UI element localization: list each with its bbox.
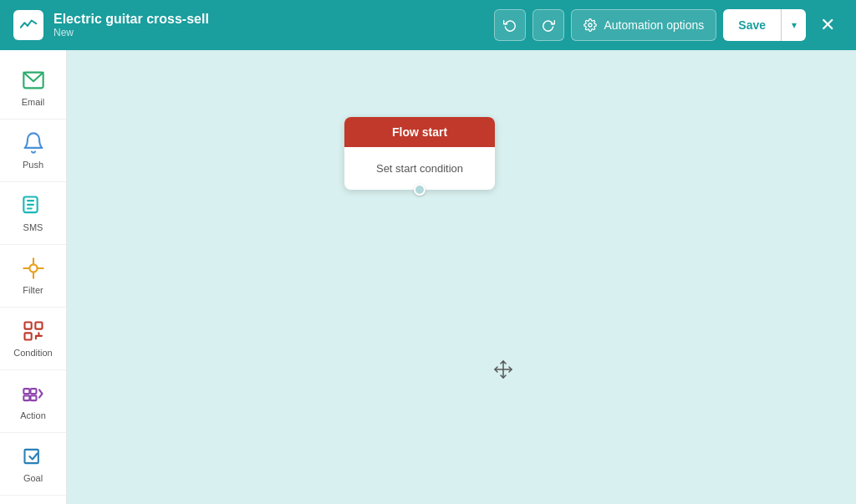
email-icon [22, 69, 45, 92]
save-dropdown-button[interactable]: ▾ [781, 9, 806, 41]
svg-rect-18 [24, 450, 38, 463]
flow-node-connector[interactable] [414, 184, 425, 196]
sidebar-item-email[interactable]: Email [0, 57, 66, 120]
filter-icon [22, 257, 45, 280]
header-title-block: Electric guitar cross-sell New [54, 12, 484, 38]
main-area: Email Push SMS [0, 50, 856, 504]
svg-rect-11 [24, 323, 31, 329]
page-subtitle: New [54, 27, 484, 38]
sidebar-item-push[interactable]: Push [0, 120, 66, 182]
save-button[interactable]: Save [723, 9, 781, 41]
svg-rect-13 [24, 333, 31, 339]
sidebar-item-condition[interactable]: Condition [0, 308, 66, 370]
move-cursor-icon [493, 359, 513, 384]
header: Electric guitar cross-sell New Automatio… [0, 0, 856, 50]
gear-icon [583, 18, 597, 32]
sidebar-item-filter[interactable]: Filter [0, 245, 66, 308]
goal-icon [22, 445, 45, 468]
sidebar-item-condition-label: Condition [13, 348, 52, 358]
sidebar-item-sms-label: SMS [23, 222, 43, 232]
close-button[interactable]: ✕ [813, 10, 843, 40]
sidebar-item-email-label: Email [22, 97, 45, 107]
svg-rect-14 [23, 389, 29, 394]
sidebar-item-sms[interactable]: SMS [0, 182, 66, 245]
sidebar-item-goal-label: Goal [23, 473, 43, 483]
svg-point-6 [29, 264, 37, 272]
svg-rect-12 [35, 323, 42, 329]
undo-button[interactable] [494, 9, 526, 41]
sidebar-item-action[interactable]: Action [0, 370, 66, 433]
svg-point-0 [588, 23, 592, 27]
automation-options-button[interactable]: Automation options [571, 9, 716, 41]
chevron-down-icon: ▾ [792, 19, 797, 31]
condition-icon [22, 319, 45, 343]
svg-rect-15 [30, 389, 36, 394]
sidebar-item-goal[interactable]: Goal [0, 433, 66, 496]
action-icon [22, 382, 45, 405]
sidebar-item-push-label: Push [23, 160, 43, 170]
app-logo [13, 10, 43, 40]
sidebar-item-filter-label: Filter [23, 285, 43, 295]
push-icon [22, 131, 45, 155]
sms-icon [22, 194, 45, 217]
sidebar: Email Push SMS [0, 50, 67, 504]
automation-options-label: Automation options [604, 18, 704, 32]
sidebar-item-action-label: Action [20, 410, 46, 420]
save-button-group: Save ▾ [723, 9, 806, 41]
svg-rect-16 [23, 395, 29, 400]
flow-node-header: Flow start [344, 117, 495, 147]
svg-rect-17 [30, 395, 36, 400]
canvas[interactable]: Flow start Set start condition [67, 50, 856, 504]
header-actions: Automation options Save ▾ ✕ [494, 9, 843, 41]
flow-start-node[interactable]: Flow start Set start condition [344, 117, 495, 190]
page-title: Electric guitar cross-sell [54, 12, 484, 27]
redo-button[interactable] [532, 9, 564, 41]
